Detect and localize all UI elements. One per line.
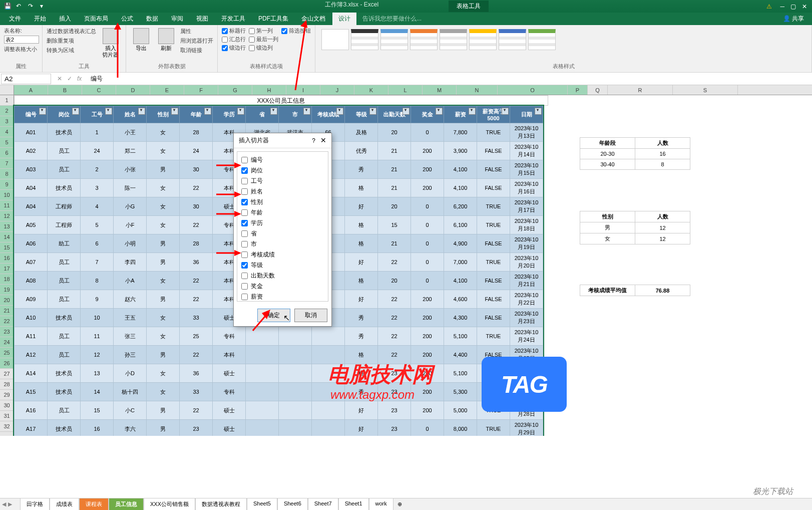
slicer-checkbox[interactable]: [241, 294, 248, 300]
slicer-field-item[interactable]: 薪资: [239, 292, 326, 302]
table-cell[interactable]: [312, 420, 345, 436]
table-cell[interactable]: 23: [378, 420, 411, 436]
table-cell[interactable]: 7,800: [444, 123, 477, 142]
table-cell[interactable]: 员工: [48, 253, 81, 272]
table-cell[interactable]: 4,100: [444, 179, 477, 197]
table-cell[interactable]: 23: [378, 401, 411, 420]
tab-wps[interactable]: 金山文档: [295, 13, 331, 25]
col-header[interactable]: B: [48, 85, 82, 95]
table-cell[interactable]: 5,100: [444, 364, 477, 383]
table-cell[interactable]: [246, 383, 279, 401]
table-cell[interactable]: 21: [378, 234, 411, 253]
table-cell[interactable]: TRUE: [477, 197, 510, 216]
slicer-field-item[interactable]: 省: [239, 228, 326, 239]
export-button[interactable]: 导出: [130, 27, 152, 53]
tab-view[interactable]: 视图: [190, 13, 214, 25]
row-header[interactable]: 16: [0, 253, 14, 264]
table-cell[interactable]: 陈一: [114, 179, 147, 197]
table-cell[interactable]: 2023年10月24日: [510, 327, 543, 346]
table-cell[interactable]: [279, 327, 312, 346]
table-cell[interactable]: A17: [15, 420, 48, 436]
filter-arrow-icon[interactable]: [436, 108, 443, 115]
table-cell[interactable]: 36: [180, 364, 213, 383]
close-icon[interactable]: ✕: [802, 3, 807, 10]
style-thumb[interactable]: [528, 29, 556, 50]
table-cell[interactable]: 4,600: [444, 290, 477, 309]
banded-col-check[interactable]: 镶边列: [249, 44, 278, 52]
style-thumb[interactable]: [321, 29, 349, 50]
table-cell[interactable]: 员工: [48, 346, 81, 364]
header-row-check[interactable]: 标题行: [222, 27, 246, 35]
table-cell[interactable]: 技术员: [48, 179, 81, 197]
summary-age-table[interactable]: 年龄段人数 20-3016 30-408: [580, 137, 690, 170]
select-all-corner[interactable]: [0, 85, 14, 95]
table-cell[interactable]: 15: [81, 401, 114, 420]
table-cell[interactable]: A15: [15, 383, 48, 401]
table-cell[interactable]: A03: [15, 160, 48, 179]
total-row-check[interactable]: 汇总行: [222, 36, 246, 43]
row-header[interactable]: 21: [0, 306, 14, 316]
table-cell[interactable]: FALSE: [477, 142, 510, 160]
style-thumb[interactable]: [499, 29, 526, 50]
table-cell[interactable]: 8,000: [444, 420, 477, 436]
table-cell[interactable]: 22: [180, 401, 213, 420]
table-cell[interactable]: 员工: [48, 401, 81, 420]
table-cell[interactable]: 5,100: [444, 327, 477, 346]
table-header[interactable]: 省: [246, 106, 279, 123]
slicer-checkbox[interactable]: [241, 178, 248, 184]
filter-arrow-icon[interactable]: [303, 108, 310, 115]
row-header[interactable]: 5: [0, 137, 14, 148]
table-cell[interactable]: 4,100: [444, 272, 477, 290]
tab-design[interactable]: 设计: [332, 13, 356, 25]
col-header[interactable]: R: [608, 85, 673, 95]
table-cell[interactable]: 好: [345, 290, 378, 309]
row-header[interactable]: 2: [0, 106, 14, 116]
slicer-field-item[interactable]: 等级: [239, 260, 326, 271]
table-cell[interactable]: FALSE: [477, 179, 510, 197]
table-cell[interactable]: 郑二: [114, 142, 147, 160]
table-cell[interactable]: 本科: [213, 346, 246, 364]
table-header[interactable]: 工号: [81, 106, 114, 123]
table-cell[interactable]: 2023年10月13日: [510, 123, 543, 142]
tab-formulas[interactable]: 公式: [115, 13, 139, 25]
table-cell[interactable]: 女: [147, 383, 180, 401]
table-cell[interactable]: 硕士: [213, 364, 246, 383]
formula-input[interactable]: 编号: [87, 74, 812, 84]
table-cell[interactable]: 2023年10月15日: [510, 160, 543, 179]
table-header[interactable]: 姓名: [114, 106, 147, 123]
table-cell[interactable]: 小A: [114, 272, 147, 290]
row-header[interactable]: 28: [0, 379, 14, 390]
row-header[interactable]: 8: [0, 169, 14, 179]
table-cell[interactable]: 女: [147, 142, 180, 160]
filter-arrow-icon[interactable]: [39, 108, 46, 115]
table-cell[interactable]: 2023年10月14日: [510, 142, 543, 160]
table-cell[interactable]: 员工: [48, 327, 81, 346]
table-cell[interactable]: 工程师: [48, 216, 81, 234]
table-cell[interactable]: 王五: [114, 309, 147, 327]
table-cell[interactable]: 员工: [48, 272, 81, 290]
table-cell[interactable]: 14: [81, 383, 114, 401]
tab-layout[interactable]: 页面布局: [78, 13, 114, 25]
last-col-check[interactable]: 最后一列: [249, 36, 278, 43]
sheet-nav-next-icon[interactable]: ▶: [8, 501, 12, 507]
table-cell[interactable]: 10: [81, 309, 114, 327]
slicer-checkbox[interactable]: [241, 167, 248, 174]
table-cell[interactable]: 专科: [213, 383, 246, 401]
table-header[interactable]: 等级: [345, 106, 378, 123]
table-cell[interactable]: 3,900: [444, 142, 477, 160]
col-header[interactable]: F: [184, 85, 218, 95]
slicer-field-item[interactable]: 编号: [239, 155, 326, 165]
tab-review[interactable]: 审阅: [165, 13, 189, 25]
table-cell[interactable]: 女: [147, 309, 180, 327]
table-cell[interactable]: 13: [81, 364, 114, 383]
table-header[interactable]: 日期: [510, 106, 543, 123]
properties-button[interactable]: 属性: [180, 27, 213, 36]
table-cell[interactable]: 22: [180, 290, 213, 309]
slicer-field-list[interactable]: 编号岗位工号姓名性别年龄学历省市考核成绩等级出勤天数奖金薪资薪资高于5000: [237, 151, 328, 302]
sheet-tab[interactable]: work: [369, 498, 393, 511]
slicer-checkbox[interactable]: [241, 220, 248, 226]
table-cell[interactable]: 女: [147, 179, 180, 197]
table-cell[interactable]: 6: [81, 234, 114, 253]
table-cell[interactable]: 专科: [213, 327, 246, 346]
table-cell[interactable]: 孙三: [114, 346, 147, 364]
